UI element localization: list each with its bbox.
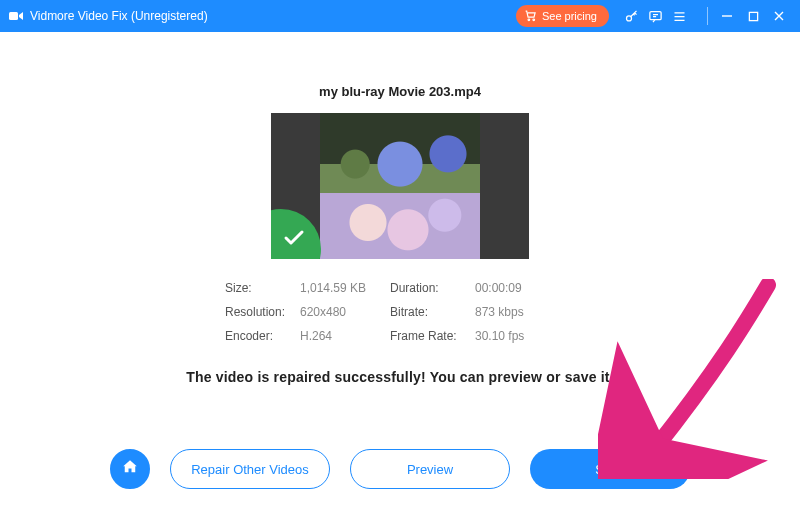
svg-point-2	[533, 19, 535, 21]
framerate-value: 30.10 fps	[475, 329, 565, 343]
titlebar-divider	[707, 7, 708, 25]
title-bar: Vidmore Video Fix (Unregistered) See pri…	[0, 0, 800, 32]
success-badge	[271, 209, 321, 259]
save-label: Save	[595, 462, 625, 477]
svg-point-3	[626, 15, 631, 20]
preview-label: Preview	[407, 462, 453, 477]
app-title: Vidmore Video Fix (Unregistered)	[30, 9, 208, 23]
video-metadata: Size: 1,014.59 KB Duration: 00:00:09 Res…	[225, 281, 575, 343]
resolution-label: Resolution:	[225, 305, 300, 319]
check-icon	[280, 224, 304, 252]
feedback-icon[interactable]	[644, 5, 666, 27]
video-thumbnail	[320, 113, 480, 259]
window-maximize-button[interactable]	[740, 4, 766, 28]
repair-other-videos-label: Repair Other Videos	[191, 462, 309, 477]
encoder-label: Encoder:	[225, 329, 300, 343]
size-label: Size:	[225, 281, 300, 295]
bitrate-value: 873 kbps	[475, 305, 565, 319]
menu-icon[interactable]	[668, 5, 690, 27]
see-pricing-button[interactable]: See pricing	[516, 5, 609, 27]
duration-value: 00:00:09	[475, 281, 565, 295]
action-button-row: Repair Other Videos Preview Save	[0, 449, 800, 489]
window-minimize-button[interactable]	[714, 4, 740, 28]
encoder-value: H.264	[300, 329, 390, 343]
bitrate-label: Bitrate:	[390, 305, 475, 319]
save-button[interactable]: Save	[530, 449, 690, 489]
key-icon[interactable]	[620, 5, 642, 27]
see-pricing-label: See pricing	[542, 10, 597, 22]
window-close-button[interactable]	[766, 4, 792, 28]
repair-other-videos-button[interactable]: Repair Other Videos	[170, 449, 330, 489]
video-preview[interactable]	[271, 113, 529, 259]
app-logo-icon	[8, 8, 24, 24]
resolution-value: 620x480	[300, 305, 390, 319]
size-value: 1,014.59 KB	[300, 281, 390, 295]
home-icon	[121, 458, 139, 480]
duration-label: Duration:	[390, 281, 475, 295]
file-name: my blu-ray Movie 203.mp4	[319, 84, 481, 99]
status-message: The video is repaired successfully! You …	[186, 369, 614, 385]
main-content: my blu-ray Movie 203.mp4 Size: 1,014.59 …	[0, 32, 800, 515]
framerate-label: Frame Rate:	[390, 329, 475, 343]
cart-icon	[524, 9, 537, 24]
svg-rect-4	[649, 11, 660, 19]
home-button[interactable]	[110, 449, 150, 489]
svg-point-1	[528, 19, 530, 21]
preview-button[interactable]: Preview	[350, 449, 510, 489]
svg-rect-5	[749, 12, 757, 20]
svg-rect-0	[9, 12, 18, 20]
